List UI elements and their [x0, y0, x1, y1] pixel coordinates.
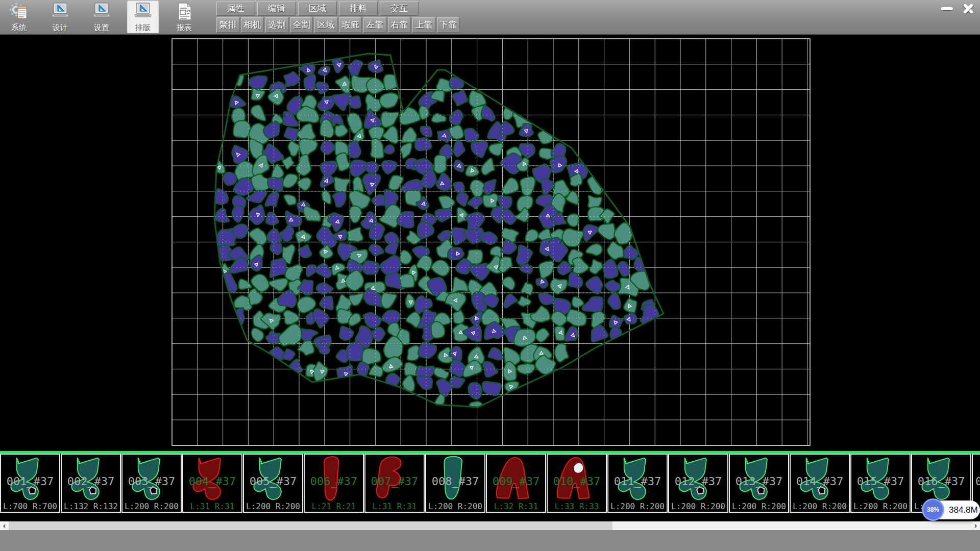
application-window: 系统设计设置排版报表 属性编辑区域排料交互 聚排相机选割全割区域瑕疵左靠右靠上靠…	[0, 0, 980, 551]
parts-list: 001_#37 L:700 R:700 002_#37 L:132 R:132 …	[0, 454, 980, 513]
part-lr-count: L:200 R:200	[669, 502, 727, 511]
memory-badge: 38% 384.8M	[922, 498, 980, 521]
app-button-design-normal[interactable]: 设置	[86, 1, 117, 33]
memory-percent-indicator: 38%	[922, 498, 944, 521]
tool-button-bar: 聚排相机选割全割区域瑕疵左靠右靠上靠下靠	[216, 17, 460, 33]
minimize-button[interactable]	[939, 2, 954, 15]
part-lr-count: L:200 R:200	[791, 502, 849, 511]
part-name: 012_#37	[669, 475, 727, 488]
part-lr-count: L:200 R:200	[608, 502, 667, 511]
part-lr-count: L:200 R:200	[851, 502, 910, 511]
part-name: 004_#37	[183, 475, 241, 488]
design-icon	[133, 1, 153, 23]
part-name: 009_#37	[487, 475, 545, 488]
window-bottom-margin	[0, 530, 980, 551]
app-button-design-selected[interactable]: 排版	[127, 1, 159, 33]
app-button-label: 报表	[177, 23, 192, 32]
menu-tab[interactable]: 交互	[380, 2, 419, 16]
part-name: 007_#37	[365, 475, 424, 488]
part-name: 014_#37	[791, 475, 849, 488]
part-name: 011_#37	[608, 475, 667, 488]
tool-button[interactable]: 聚排	[216, 17, 239, 33]
report-icon	[174, 1, 194, 23]
part-thumbnail[interactable]: 012_#37 L:200 R:200	[668, 454, 728, 513]
part-lr-count: L:33 R:33	[548, 502, 606, 511]
design-icon	[91, 1, 112, 23]
part-lr-count: L:200 R:200	[426, 502, 484, 511]
part-thumbnail[interactable]: 013_#37 L:200 R:200	[729, 454, 789, 513]
scroll-left-arrow-icon[interactable]: ‹	[0, 521, 9, 530]
part-thumbnail[interactable]: 010_#37 L:33 R:33	[547, 454, 607, 513]
part-thumbnail[interactable]: 014_#37 L:200 R:200	[790, 454, 850, 513]
close-button[interactable]	[961, 2, 976, 15]
app-button-system-normal[interactable]: 系统	[3, 1, 35, 33]
design-icon	[50, 1, 70, 23]
menu-tab[interactable]: 编辑	[257, 2, 296, 16]
part-thumbnail[interactable]: 007_#37 L:31 R:31	[364, 454, 425, 513]
part-lr-count: L:32 R:31	[487, 502, 545, 511]
parts-strip: 001_#37 L:700 R:700 002_#37 L:132 R:132 …	[0, 451, 980, 513]
scroll-right-arrow-icon[interactable]: ›	[971, 521, 980, 530]
part-lr-count: L:31 R:31	[365, 502, 424, 511]
tool-button[interactable]: 上靠	[412, 17, 435, 33]
menu-tab-bar: 属性编辑区域排料交互	[216, 2, 419, 16]
part-name: 001_#37	[1, 475, 59, 488]
tool-button[interactable]: 瑕疵	[339, 17, 362, 33]
part-lr-count: L:200 R:200	[244, 502, 302, 511]
part-name: 016_#37	[912, 475, 970, 488]
app-button-label: 设计	[53, 23, 68, 32]
part-thumbnail[interactable]: 006_#37 L:21 R:21	[304, 454, 364, 513]
menu-tab[interactable]: 排料	[339, 2, 378, 16]
scrollbar-thumb[interactable]	[9, 521, 612, 530]
part-name: 010_#37	[548, 475, 606, 488]
menu-tab[interactable]: 区域	[298, 2, 337, 16]
part-name: 003_#37	[122, 475, 181, 488]
app-button-report-normal[interactable]: 报表	[168, 1, 200, 33]
part-thumbnail[interactable]: 002_#37 L:132 R:132	[61, 454, 121, 513]
part-thumbnail[interactable]: 011_#37 L:200 R:200	[607, 454, 668, 513]
part-thumbnail[interactable]: 001_#37 L:700 R:700	[0, 454, 60, 513]
app-button-label: 排版	[135, 23, 151, 32]
tool-button[interactable]: 下靠	[437, 17, 460, 33]
part-lr-count: L:21 R:21	[305, 502, 363, 511]
part-name: 0	[973, 475, 980, 488]
part-lr-count: L:200 R:200	[122, 502, 181, 511]
part-thumbnail[interactable]: 009_#37 L:32 R:31	[486, 454, 546, 513]
ribbon-toolbar: 系统设计设置排版报表 属性编辑区域排料交互 聚排相机选割全割区域瑕疵左靠右靠上靠…	[0, 0, 980, 35]
system-icon	[9, 1, 29, 23]
app-launcher: 系统设计设置排版报表	[3, 1, 210, 34]
app-button-design-normal[interactable]: 设计	[44, 1, 76, 33]
part-name: 013_#37	[730, 475, 788, 488]
tool-button[interactable]: 左靠	[363, 17, 386, 33]
menu-tab[interactable]: 属性	[216, 2, 255, 16]
horizontal-scrollbar[interactable]: ‹ ›	[0, 521, 980, 530]
part-name: 008_#37	[426, 475, 484, 488]
app-button-label: 设置	[94, 23, 109, 32]
part-thumbnail[interactable]: 005_#37 L:200 R:200	[243, 454, 303, 513]
part-lr-count: L:132 R:132	[62, 502, 120, 511]
minimize-icon	[941, 7, 953, 10]
part-thumbnail[interactable]: 004_#37 L:31 R:31	[182, 454, 242, 513]
tool-button[interactable]: 区域	[314, 17, 337, 33]
tool-button[interactable]: 右靠	[388, 17, 411, 33]
part-lr-count: L:200 R:200	[730, 502, 788, 511]
tool-button[interactable]: 全割	[290, 17, 313, 33]
part-name: 002_#37	[62, 475, 120, 488]
tool-button[interactable]: 选割	[265, 17, 288, 33]
part-name: 006_#37	[305, 475, 363, 488]
part-name: 015_#37	[851, 475, 910, 488]
part-thumbnail[interactable]: 008_#37 L:200 R:200	[425, 454, 485, 513]
part-name: 005_#37	[244, 475, 302, 488]
window-controls	[939, 2, 976, 15]
part-lr-count: L:31 R:31	[183, 502, 241, 511]
part-thumbnail[interactable]: 003_#37 L:200 R:200	[121, 454, 182, 513]
part-thumbnail[interactable]: 015_#37 L:200 R:200	[850, 454, 911, 513]
part-lr-count: L:700 R:700	[1, 502, 59, 511]
app-button-label: 系统	[11, 23, 27, 32]
tool-button[interactable]: 相机	[241, 17, 264, 33]
